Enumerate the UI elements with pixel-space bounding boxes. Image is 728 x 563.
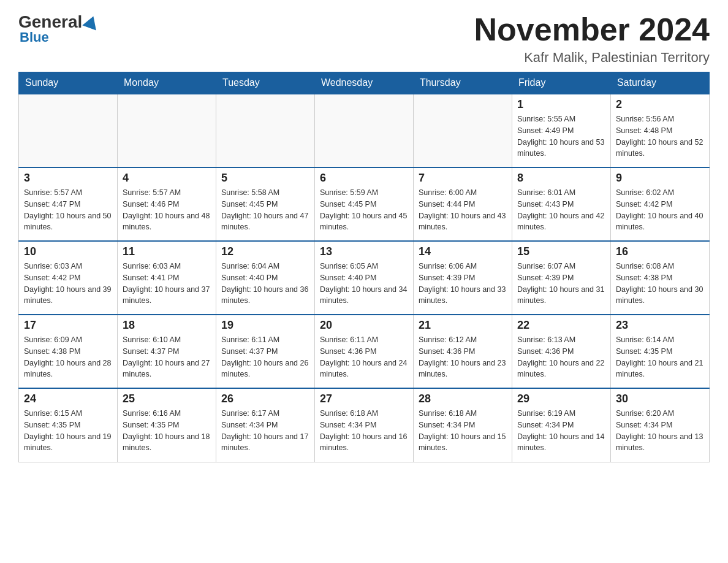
- table-row: 25Sunrise: 6:16 AMSunset: 4:35 PMDayligh…: [117, 388, 216, 462]
- table-row: [216, 94, 314, 167]
- table-row: [19, 94, 118, 167]
- day-info: Sunrise: 6:04 AMSunset: 4:40 PMDaylight:…: [221, 261, 309, 307]
- day-number: 26: [221, 393, 309, 405]
- calendar-week-row: 17Sunrise: 6:09 AMSunset: 4:38 PMDayligh…: [19, 315, 710, 388]
- header-saturday: Saturday: [610, 72, 709, 94]
- weekday-header-row: Sunday Monday Tuesday Wednesday Thursday…: [19, 72, 710, 94]
- table-row: 12Sunrise: 6:04 AMSunset: 4:40 PMDayligh…: [216, 241, 314, 315]
- table-row: 18Sunrise: 6:10 AMSunset: 4:37 PMDayligh…: [117, 315, 216, 388]
- day-number: 24: [24, 393, 112, 405]
- day-info: Sunrise: 6:20 AMSunset: 4:34 PMDaylight:…: [616, 408, 704, 454]
- table-row: 15Sunrise: 6:07 AMSunset: 4:39 PMDayligh…: [512, 241, 610, 315]
- header-sunday: Sunday: [19, 72, 118, 94]
- day-number: 27: [320, 393, 408, 405]
- day-number: 30: [616, 393, 704, 405]
- logo-triangle-icon: [83, 13, 100, 30]
- table-row: 20Sunrise: 6:11 AMSunset: 4:36 PMDayligh…: [314, 315, 413, 388]
- table-row: [117, 94, 216, 167]
- table-row: 23Sunrise: 6:14 AMSunset: 4:35 PMDayligh…: [610, 315, 709, 388]
- header-friday: Friday: [512, 72, 610, 94]
- day-number: 6: [320, 172, 408, 185]
- table-row: 28Sunrise: 6:18 AMSunset: 4:34 PMDayligh…: [413, 388, 512, 462]
- day-info: Sunrise: 6:09 AMSunset: 4:38 PMDaylight:…: [24, 334, 112, 380]
- day-number: 22: [517, 319, 605, 332]
- logo-blue-text: Blue: [20, 29, 49, 45]
- day-info: Sunrise: 6:18 AMSunset: 4:34 PMDaylight:…: [320, 408, 408, 454]
- header-thursday: Thursday: [413, 72, 512, 94]
- table-row: 30Sunrise: 6:20 AMSunset: 4:34 PMDayligh…: [610, 388, 709, 462]
- day-info: Sunrise: 5:57 AMSunset: 4:47 PMDaylight:…: [24, 187, 112, 233]
- day-number: 20: [320, 319, 408, 332]
- table-row: [314, 94, 413, 167]
- day-number: 28: [419, 393, 507, 405]
- day-info: Sunrise: 6:02 AMSunset: 4:42 PMDaylight:…: [616, 187, 704, 233]
- day-number: 25: [123, 393, 211, 405]
- table-row: 2Sunrise: 5:56 AMSunset: 4:48 PMDaylight…: [610, 94, 709, 167]
- day-number: 11: [123, 245, 211, 258]
- day-number: 18: [123, 319, 211, 332]
- calendar-week-row: 1Sunrise: 5:55 AMSunset: 4:49 PMDaylight…: [19, 94, 710, 167]
- day-info: Sunrise: 6:13 AMSunset: 4:36 PMDaylight:…: [517, 334, 605, 380]
- calendar-week-row: 10Sunrise: 6:03 AMSunset: 4:42 PMDayligh…: [19, 241, 710, 315]
- table-row: 27Sunrise: 6:18 AMSunset: 4:34 PMDayligh…: [314, 388, 413, 462]
- day-info: Sunrise: 6:07 AMSunset: 4:39 PMDaylight:…: [517, 261, 605, 307]
- day-info: Sunrise: 6:00 AMSunset: 4:44 PMDaylight:…: [419, 187, 507, 233]
- calendar-table: Sunday Monday Tuesday Wednesday Thursday…: [18, 72, 710, 462]
- table-row: 6Sunrise: 5:59 AMSunset: 4:45 PMDaylight…: [314, 167, 413, 241]
- day-number: 17: [24, 319, 112, 332]
- day-number: 5: [221, 172, 309, 185]
- table-row: 5Sunrise: 5:58 AMSunset: 4:45 PMDaylight…: [216, 167, 314, 241]
- month-title: November 2024: [474, 12, 710, 47]
- table-row: 14Sunrise: 6:06 AMSunset: 4:39 PMDayligh…: [413, 241, 512, 315]
- day-info: Sunrise: 6:06 AMSunset: 4:39 PMDaylight:…: [419, 261, 507, 307]
- day-info: Sunrise: 6:15 AMSunset: 4:35 PMDaylight:…: [24, 408, 112, 454]
- table-row: 1Sunrise: 5:55 AMSunset: 4:49 PMDaylight…: [512, 94, 610, 167]
- day-number: 4: [123, 172, 211, 185]
- logo: General Blue: [18, 12, 100, 45]
- day-number: 16: [616, 245, 704, 258]
- day-info: Sunrise: 5:55 AMSunset: 4:49 PMDaylight:…: [517, 113, 605, 159]
- table-row: 16Sunrise: 6:08 AMSunset: 4:38 PMDayligh…: [610, 241, 709, 315]
- day-info: Sunrise: 6:17 AMSunset: 4:34 PMDaylight:…: [221, 408, 309, 454]
- day-info: Sunrise: 6:08 AMSunset: 4:38 PMDaylight:…: [616, 261, 704, 307]
- day-number: 8: [517, 172, 605, 185]
- day-number: 7: [419, 172, 507, 185]
- day-info: Sunrise: 6:19 AMSunset: 4:34 PMDaylight:…: [517, 408, 605, 454]
- table-row: 7Sunrise: 6:00 AMSunset: 4:44 PMDaylight…: [413, 167, 512, 241]
- table-row: 29Sunrise: 6:19 AMSunset: 4:34 PMDayligh…: [512, 388, 610, 462]
- day-info: Sunrise: 6:12 AMSunset: 4:36 PMDaylight:…: [419, 334, 507, 380]
- day-number: 10: [24, 245, 112, 258]
- table-row: 24Sunrise: 6:15 AMSunset: 4:35 PMDayligh…: [19, 388, 118, 462]
- table-row: [413, 94, 512, 167]
- table-row: 3Sunrise: 5:57 AMSunset: 4:47 PMDaylight…: [19, 167, 118, 241]
- day-info: Sunrise: 5:59 AMSunset: 4:45 PMDaylight:…: [320, 187, 408, 233]
- day-info: Sunrise: 6:03 AMSunset: 4:42 PMDaylight:…: [24, 261, 112, 307]
- day-info: Sunrise: 6:11 AMSunset: 4:36 PMDaylight:…: [320, 334, 408, 380]
- day-info: Sunrise: 5:56 AMSunset: 4:48 PMDaylight:…: [616, 113, 704, 159]
- day-number: 15: [517, 245, 605, 258]
- page-header: General Blue November 2024 Kafr Malik, P…: [18, 12, 710, 66]
- table-row: 22Sunrise: 6:13 AMSunset: 4:36 PMDayligh…: [512, 315, 610, 388]
- table-row: 26Sunrise: 6:17 AMSunset: 4:34 PMDayligh…: [216, 388, 314, 462]
- day-info: Sunrise: 6:03 AMSunset: 4:41 PMDaylight:…: [123, 261, 211, 307]
- day-info: Sunrise: 6:14 AMSunset: 4:35 PMDaylight:…: [616, 334, 704, 380]
- day-number: 21: [419, 319, 507, 332]
- table-row: 9Sunrise: 6:02 AMSunset: 4:42 PMDaylight…: [610, 167, 709, 241]
- day-number: 2: [616, 98, 704, 111]
- title-block: November 2024 Kafr Malik, Palestinian Te…: [474, 12, 710, 66]
- day-number: 29: [517, 393, 605, 405]
- header-tuesday: Tuesday: [216, 72, 314, 94]
- day-info: Sunrise: 6:18 AMSunset: 4:34 PMDaylight:…: [419, 408, 507, 454]
- table-row: 19Sunrise: 6:11 AMSunset: 4:37 PMDayligh…: [216, 315, 314, 388]
- day-number: 19: [221, 319, 309, 332]
- day-number: 1: [517, 98, 605, 111]
- table-row: 13Sunrise: 6:05 AMSunset: 4:40 PMDayligh…: [314, 241, 413, 315]
- table-row: 17Sunrise: 6:09 AMSunset: 4:38 PMDayligh…: [19, 315, 118, 388]
- day-number: 14: [419, 245, 507, 258]
- calendar-week-row: 24Sunrise: 6:15 AMSunset: 4:35 PMDayligh…: [19, 388, 710, 462]
- table-row: 10Sunrise: 6:03 AMSunset: 4:42 PMDayligh…: [19, 241, 118, 315]
- day-number: 12: [221, 245, 309, 258]
- day-number: 23: [616, 319, 704, 332]
- day-number: 9: [616, 172, 704, 185]
- table-row: 11Sunrise: 6:03 AMSunset: 4:41 PMDayligh…: [117, 241, 216, 315]
